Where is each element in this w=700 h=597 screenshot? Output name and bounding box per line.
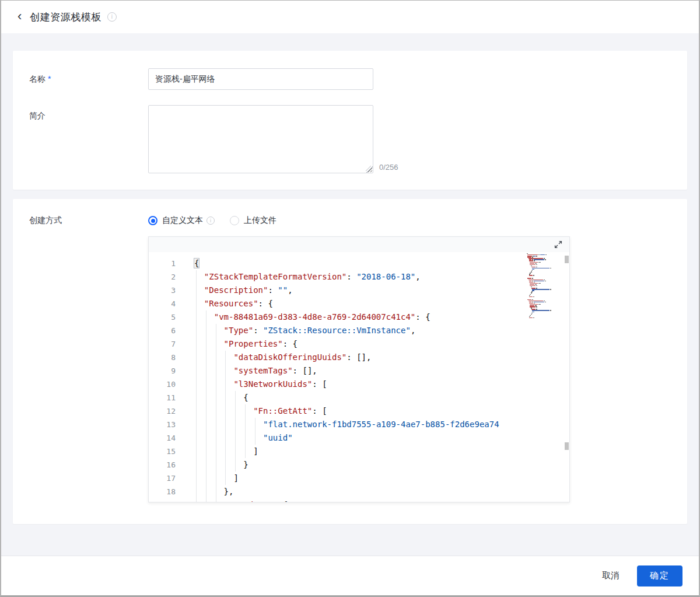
cancel-button[interactable]: 取消 [602, 570, 620, 581]
method-label: 创建方式 [29, 215, 148, 226]
description-row: 简介 0/256 [29, 105, 671, 173]
code-line: "systemTags": [], [149, 364, 569, 378]
code-line: }, [149, 485, 569, 498]
code-line: ] [149, 445, 569, 458]
action-footer: 取消 确定 [1, 556, 699, 595]
name-input[interactable] [148, 68, 373, 90]
code-line: "flat.network-f1bd7555-a109-4ae7-b885-f2… [149, 418, 569, 431]
char-counter: 0/256 [379, 163, 398, 172]
creation-method-card: 创建方式 自定义文本i上传文件 123456789101112131415161… [13, 199, 687, 524]
required-asterisk: * [48, 74, 51, 83]
editor-toolbar [149, 237, 569, 252]
code-line: "dataDiskOfferingUuids": [], [149, 351, 569, 364]
radio-selected-icon[interactable] [148, 216, 158, 225]
radio-option-custom-text[interactable]: 自定义文本i [148, 215, 215, 226]
radio-option-upload-file[interactable]: 上传文件 [230, 215, 276, 226]
code-line: "l3NetworkUuids": [ [149, 378, 569, 391]
code-line: "uuid" [149, 431, 569, 445]
code-line: "Resources": { [149, 297, 569, 310]
code-line: } [149, 458, 569, 472]
overview-ruler-mark [565, 442, 569, 450]
title-info-icon[interactable]: i [107, 12, 117, 22]
name-label-wrap: 名称* [29, 74, 148, 85]
code-line: "Type": "ZStack::Resource::VmInstance", [149, 324, 569, 337]
code-line: "vm-88481a69-d383-4d8e-a769-2d64007c41c4… [149, 310, 569, 324]
method-row: 创建方式 自定义文本i上传文件 [29, 215, 671, 226]
basic-info-card: 名称* 简介 0/256 [13, 51, 687, 190]
radio-group: 自定义文本i上传文件 [148, 215, 276, 226]
code-line: { [149, 257, 569, 270]
code-line: "Metadata": { [149, 498, 569, 502]
info-icon[interactable]: i [206, 217, 215, 225]
create-stack-template-page: ‹ 创建资源栈模板 i 名称* 简介 0/256 创建方式 自定义文本i上传文件 [0, 0, 700, 597]
page-title: 创建资源栈模板 [30, 11, 102, 24]
expand-icon[interactable] [553, 239, 564, 250]
radio-unselected-icon[interactable] [230, 216, 239, 225]
code-line: "Properties": { [149, 337, 569, 351]
name-label: 名称 [29, 74, 46, 83]
page-content: 名称* 简介 0/256 创建方式 自定义文本i上传文件 [1, 33, 699, 556]
radio-label: 上传文件 [244, 215, 276, 226]
code-line: "Description": "", [149, 284, 569, 297]
code-line: ] [149, 472, 569, 485]
scrollbar[interactable] [564, 252, 569, 502]
code-line: "Fn::GetAtt": [ [149, 404, 569, 418]
code-lines: { "ZStackTemplateFormatVersion": "2018-0… [149, 257, 569, 502]
code-editor[interactable]: 12345678910111213141516171819 { "ZStackT… [149, 252, 569, 502]
minimap[interactable] [527, 253, 564, 502]
back-chevron-icon[interactable]: ‹ [18, 10, 22, 23]
confirm-button[interactable]: 确定 [637, 565, 682, 586]
code-line: "ZStackTemplateFormatVersion": "2018-06-… [149, 270, 569, 284]
description-label: 简介 [29, 105, 148, 121]
code-editor-container: 12345678910111213141516171819 { "ZStackT… [148, 236, 570, 502]
code-line: { [149, 391, 569, 404]
page-header: ‹ 创建资源栈模板 i [1, 1, 699, 33]
radio-label: 自定义文本 [162, 215, 203, 226]
name-row: 名称* [29, 68, 671, 90]
scrollbar-thumb[interactable] [565, 256, 569, 263]
description-textarea[interactable] [148, 105, 373, 173]
